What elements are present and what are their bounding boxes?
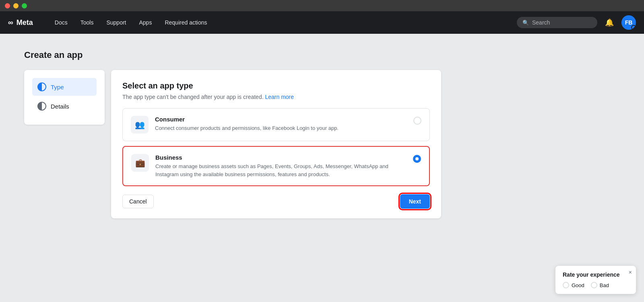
next-button[interactable]: Next [400,194,430,209]
nav-tools[interactable]: Tools [75,16,99,29]
rate-good[interactable]: Good [563,282,584,288]
navbar: ∞ Meta Docs Tools Support Apps Required … [0,11,644,34]
search-box[interactable]: 🔍 [517,17,597,28]
search-input[interactable] [532,19,592,26]
select-app-type-title: Select an app type [122,81,430,90]
navbar-links: Docs Tools Support Apps Required actions [49,16,517,29]
minimize-button[interactable] [13,3,19,8]
rate-bad[interactable]: Bad [591,282,609,288]
consumer-name: Consumer [155,116,407,123]
close-button[interactable] [5,3,10,8]
step-details[interactable]: Details [32,97,97,115]
rate-experience-popup: × Rate your experience Good Bad [555,266,636,294]
rate-title: Rate your experience [563,271,629,278]
nav-required-actions[interactable]: Required actions [159,16,213,29]
cancel-button[interactable]: Cancel [122,195,154,208]
nav-docs[interactable]: Docs [49,16,73,29]
meta-infinity-icon: ∞ [8,18,13,27]
rate-bad-radio[interactable] [591,282,597,288]
rate-good-radio[interactable] [563,282,569,288]
content-panel: Select an app type The app type can't be… [111,70,441,218]
details-half-circle-icon [37,102,46,111]
navbar-right: 🔍 🔔 FB [517,15,636,30]
step-type-label: Type [51,84,64,90]
consumer-info: Consumer Connect consumer products and p… [155,116,407,132]
user-avatar[interactable]: FB [621,15,636,30]
consumer-radio[interactable] [413,117,421,125]
step-type[interactable]: Type [32,78,97,96]
learn-more-link[interactable]: Learn more [265,94,294,100]
step-details-label: Details [51,103,69,110]
notifications-bell[interactable]: 🔔 [602,15,617,30]
business-desc: Create or manage business assets such as… [155,162,407,178]
consumer-icon: 👥 [131,116,149,134]
consumer-option[interactable]: 👥 Consumer Connect consumer products and… [122,108,430,141]
steps-panel: Type Details [24,70,105,125]
create-app-container: Type Details Select an app type The app … [24,70,620,218]
type-half-circle-icon [37,82,46,91]
meta-logo-text: Meta [17,18,33,27]
titlebar [0,0,644,11]
rate-good-label: Good [572,282,584,288]
select-subtitle: The app type can't be changed after your… [122,94,430,100]
business-info: Business Create or manage business asset… [155,154,407,178]
meta-logo[interactable]: ∞ Meta [8,18,33,27]
search-icon: 🔍 [522,20,529,26]
business-option[interactable]: 💼 Business Create or manage business ass… [122,146,430,186]
rate-close-button[interactable]: × [629,269,632,275]
business-name: Business [155,154,407,161]
avatar-badge [631,25,636,30]
consumer-desc: Connect consumer products and permission… [155,124,407,132]
step-type-icon [37,82,47,92]
page-title: Create an app [24,50,620,60]
rate-options: Good Bad [563,282,629,288]
nav-apps[interactable]: Apps [134,16,158,29]
business-icon: 💼 [131,154,149,172]
step-details-icon [37,101,47,111]
nav-support[interactable]: Support [101,16,132,29]
rate-bad-label: Bad [600,282,609,288]
action-row: Cancel Next [122,194,430,209]
business-radio[interactable] [413,155,421,163]
main-content: Create an app Type Details Select an app… [0,34,644,302]
maximize-button[interactable] [22,3,27,8]
